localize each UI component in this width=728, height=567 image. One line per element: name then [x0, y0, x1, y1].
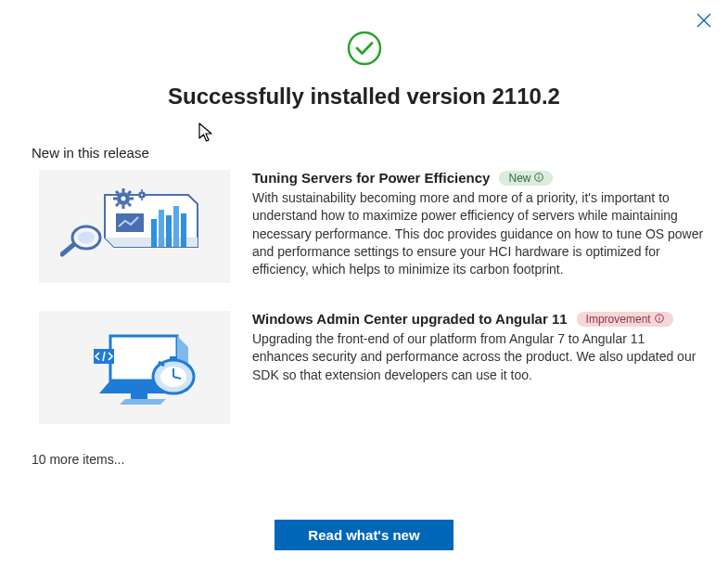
badge-label: Improvement [586, 313, 651, 326]
release-item-illustration [39, 311, 230, 424]
badge-new: New [499, 171, 553, 186]
svg-line-8 [116, 191, 119, 194]
svg-line-9 [128, 203, 131, 206]
dialog-title: Successfully installed version 2110.2 [0, 84, 728, 110]
release-item-title: Tuning Servers for Power Efficiency [252, 170, 490, 186]
more-items-link[interactable]: 10 more items... [32, 452, 728, 467]
badge-label: New [508, 172, 530, 185]
badge-improvement: Improvement [577, 312, 673, 327]
close-icon [696, 13, 711, 28]
svg-rect-20 [151, 219, 157, 247]
svg-marker-35 [120, 399, 166, 405]
svg-rect-22 [166, 215, 172, 247]
svg-point-30 [539, 174, 540, 175]
release-item: Windows Admin Center upgraded to Angular… [39, 311, 704, 424]
svg-rect-24 [181, 213, 186, 247]
read-whats-new-button[interactable]: Read what's new [275, 520, 453, 550]
section-subtitle: New in this release [32, 145, 728, 161]
svg-rect-42 [170, 356, 177, 361]
svg-point-0 [349, 32, 380, 64]
dialog-footer: Read what's new [0, 520, 728, 550]
svg-line-27 [62, 245, 73, 254]
release-item-description: With sustainability becoming more and mo… [252, 189, 704, 279]
svg-point-12 [121, 197, 126, 201]
release-item-body: Tuning Servers for Power Efficiency New … [252, 170, 704, 283]
cursor-icon [198, 122, 216, 144]
svg-point-26 [78, 232, 95, 244]
svg-line-11 [128, 191, 131, 194]
dialog-header: Successfully installed version 2110.2 [0, 0, 728, 110]
release-item-illustration [39, 170, 230, 283]
release-item-title: Windows Admin Center upgraded to Angular… [252, 311, 568, 327]
success-check-icon [346, 30, 383, 67]
svg-point-18 [141, 194, 143, 196]
info-icon [534, 172, 543, 185]
info-icon [655, 313, 664, 326]
release-items: Tuning Servers for Power Efficiency New … [0, 170, 728, 424]
svg-line-10 [116, 203, 119, 206]
svg-rect-21 [159, 210, 164, 247]
install-success-dialog: Successfully installed version 2110.2 Ne… [0, 0, 728, 567]
svg-point-46 [658, 316, 659, 316]
svg-rect-19 [116, 213, 144, 232]
close-button[interactable] [696, 13, 711, 28]
svg-rect-23 [173, 206, 179, 247]
release-item: Tuning Servers for Power Efficiency New … [39, 170, 704, 283]
release-item-body: Windows Admin Center upgraded to Angular… [252, 311, 704, 424]
release-item-description: Upgrading the front-end of our platform … [252, 330, 704, 384]
